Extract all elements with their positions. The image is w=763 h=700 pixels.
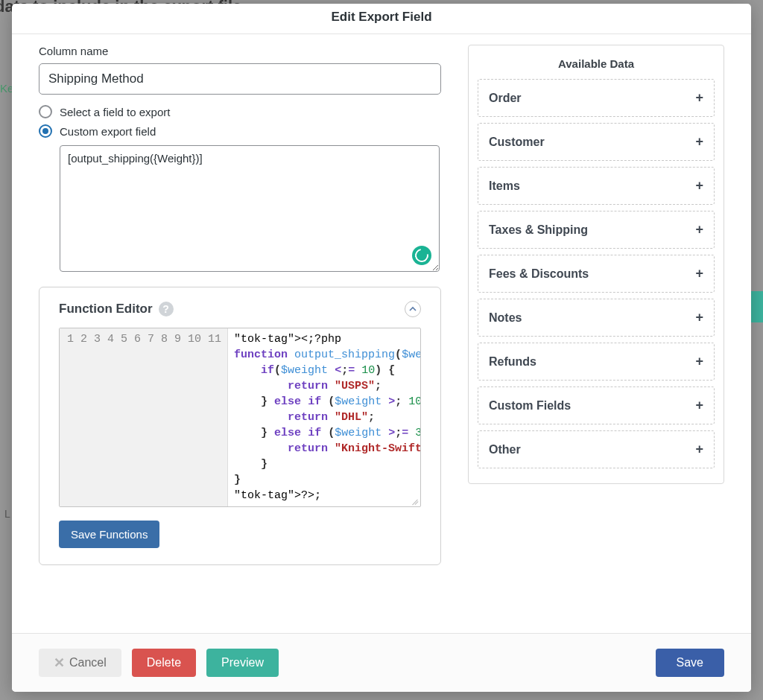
data-group-refunds[interactable]: Refunds+ <box>478 343 715 381</box>
code-gutter: 1 2 3 4 5 6 7 8 9 10 11 <box>60 328 228 506</box>
collapse-button[interactable] <box>405 301 421 317</box>
radio-selected-icon[interactable] <box>39 124 52 138</box>
data-group-other[interactable]: Other+ <box>478 430 715 468</box>
column-name-label: Column name <box>39 45 441 57</box>
left-column: Column name Select a field to export Cus… <box>39 45 441 627</box>
data-group-label: Items <box>489 179 520 193</box>
code-editor[interactable]: 1 2 3 4 5 6 7 8 9 10 11 "tok-tag"><;?php… <box>59 328 421 507</box>
radio-custom-field[interactable]: Custom export field <box>39 124 441 138</box>
grammarly-icon[interactable] <box>412 246 431 265</box>
radio-custom-label: Custom export field <box>60 125 156 138</box>
backdrop-l-fragment: L <box>4 508 10 520</box>
save-functions-button[interactable]: Save Functions <box>59 521 159 548</box>
plus-icon: + <box>695 310 703 325</box>
plus-icon: + <box>695 134 703 150</box>
function-editor-panel: Function Editor ? 1 2 3 4 5 6 7 8 9 10 1… <box>39 287 441 565</box>
plus-icon: + <box>695 266 703 281</box>
radio-select-field[interactable]: Select a field to export <box>39 105 441 118</box>
delete-button[interactable]: Delete <box>132 649 196 677</box>
data-group-label: Notes <box>489 311 522 325</box>
data-group-custom-fields[interactable]: Custom Fields+ <box>478 386 715 424</box>
data-group-taxes-shipping[interactable]: Taxes & Shipping+ <box>478 211 715 249</box>
plus-icon: + <box>695 398 703 413</box>
custom-field-snippet-input[interactable]: [output_shipping({Weight})] <box>60 145 440 272</box>
data-group-customer[interactable]: Customer+ <box>478 123 715 161</box>
plus-icon: + <box>695 354 703 369</box>
snippet-text: [output_shipping({Weight})] <box>68 152 203 165</box>
edit-export-field-modal: Edit Export Field Column name Select a f… <box>12 4 751 692</box>
plus-icon: + <box>695 442 703 457</box>
data-group-label: Order <box>489 92 522 105</box>
modal-title: Edit Export Field <box>12 10 751 25</box>
data-group-fees-discounts[interactable]: Fees & Discounts+ <box>478 255 715 293</box>
modal-footer: ✕ Cancel Delete Preview Save <box>12 633 751 692</box>
right-column: Available Data Order+Customer+Items+Taxe… <box>468 45 724 627</box>
cancel-button[interactable]: ✕ Cancel <box>39 649 121 677</box>
function-editor-header: Function Editor ? <box>59 301 421 317</box>
preview-button[interactable]: Preview <box>206 649 279 677</box>
save-button[interactable]: Save <box>656 649 724 677</box>
cancel-label: Cancel <box>69 656 107 669</box>
data-group-label: Custom Fields <box>489 399 571 413</box>
plus-icon: + <box>695 222 703 238</box>
available-data-title: Available Data <box>478 54 715 79</box>
data-group-label: Refunds <box>489 355 536 369</box>
column-name-input[interactable] <box>39 63 441 95</box>
data-group-label: Fees & Discounts <box>489 267 589 281</box>
modal-header: Edit Export Field <box>12 4 751 34</box>
data-group-label: Customer <box>489 136 545 149</box>
data-group-items[interactable]: Items+ <box>478 167 715 205</box>
data-group-label: Other <box>489 443 521 456</box>
code-lines[interactable]: "tok-tag"><;?php function output_shippin… <box>228 328 420 506</box>
available-data-panel: Available Data Order+Customer+Items+Taxe… <box>468 45 724 484</box>
modal-body: Column name Select a field to export Cus… <box>12 34 751 633</box>
chevron-up-icon <box>409 305 417 313</box>
radio-unselected-icon[interactable] <box>39 105 52 118</box>
data-group-notes[interactable]: Notes+ <box>478 299 715 337</box>
plus-icon: + <box>695 178 703 194</box>
resize-handle-icon[interactable] <box>411 497 418 504</box>
plus-icon: + <box>695 90 703 106</box>
data-group-order[interactable]: Order+ <box>478 79 715 117</box>
close-icon: ✕ <box>54 660 65 666</box>
radio-select-label: Select a field to export <box>60 106 170 118</box>
data-group-label: Taxes & Shipping <box>489 223 588 237</box>
function-editor-title: Function Editor <box>59 302 153 316</box>
help-icon[interactable]: ? <box>159 302 174 316</box>
